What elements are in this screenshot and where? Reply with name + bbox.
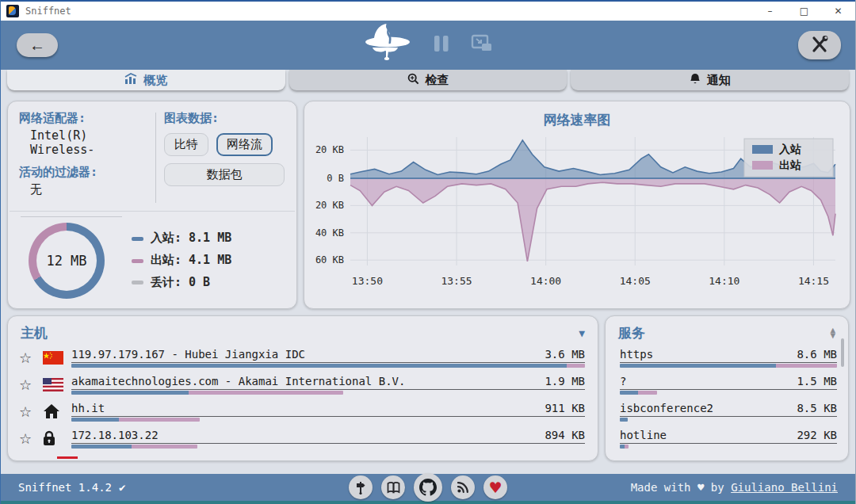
chart-source-label: 图表数据: <box>164 111 285 126</box>
outgoing-bar-segment <box>132 445 197 449</box>
window-titlebar: Sniffnet – □ ✕ <box>1 0 855 21</box>
svg-text:0 B: 0 B <box>327 173 344 184</box>
version-label: Sniffnet 1.4.2 <box>18 481 112 494</box>
chart-legend: 入站出站 <box>744 139 833 177</box>
settings-button[interactable] <box>798 31 841 59</box>
svg-text:13:55: 13:55 <box>441 275 472 287</box>
incoming-bar-segment <box>71 391 189 395</box>
service-row[interactable]: hotline292 KB <box>606 425 848 452</box>
host-row[interactable]: ☆hh.it911 KB <box>8 398 598 425</box>
minimize-button[interactable]: – <box>753 2 787 21</box>
credit-prefix: Made with <box>631 481 691 494</box>
row-name: https <box>620 348 653 361</box>
svg-text:14:15: 14:15 <box>798 275 829 287</box>
row-body: 172.18.103.22894 KB <box>71 426 585 450</box>
incoming-bar-segment <box>71 445 132 449</box>
services-sort-icon[interactable]: ▲▼ <box>830 328 835 339</box>
favorite-star-icon[interactable]: ☆ <box>19 349 43 366</box>
legend-text: 丢计: 0 B <box>151 272 210 294</box>
hosts-title: 主机 <box>21 324 48 342</box>
row-underline <box>71 416 585 417</box>
heart-icon: ♥ <box>488 479 502 496</box>
tab-inspect[interactable]: 检查 <box>289 70 567 90</box>
svg-text:14:10: 14:10 <box>709 275 739 287</box>
back-button[interactable]: ← <box>17 33 58 57</box>
svg-text:入站: 入站 <box>778 143 801 155</box>
services-scrollbar[interactable] <box>841 338 844 367</box>
divider <box>21 216 122 217</box>
service-row[interactable]: isbconference28.5 KB <box>606 398 848 425</box>
row-name: akamaitechnologies.com - Akamai Internat… <box>71 375 405 388</box>
github-button[interactable] <box>414 473 442 502</box>
window-title: Sniffnet <box>25 6 71 17</box>
row-underline <box>620 416 837 417</box>
host-row[interactable]: ☆119.97.179.167 - Hubei Jiangxia IDC3.6 … <box>8 344 598 371</box>
chart-icon <box>124 73 137 87</box>
row-name: 172.18.103.22 <box>71 429 159 441</box>
svg-text:13:50: 13:50 <box>352 275 383 287</box>
tab-overview[interactable]: 概览 <box>7 70 285 90</box>
legend-swatch <box>132 237 143 241</box>
legend-text: 出站: 4.1 MB <box>151 250 231 272</box>
news-button[interactable] <box>451 475 475 499</box>
favorite-star-icon[interactable]: ☆ <box>19 430 43 447</box>
filters-value: 无 <box>19 180 154 205</box>
sponsor-button[interactable]: ♥ <box>483 475 507 499</box>
row-size: 292 KB <box>797 429 837 441</box>
svg-text:14:05: 14:05 <box>620 275 651 287</box>
hosts-panel: 主机 ▼ ☆119.97.179.167 - Hubei Jiangxia ID… <box>7 315 598 461</box>
service-row[interactable]: ?1.5 MB <box>606 371 848 398</box>
outgoing-bar-segment <box>119 418 200 422</box>
service-row[interactable]: https8.6 MB <box>606 344 848 371</box>
traffic-bar <box>71 364 585 368</box>
divider <box>155 113 156 203</box>
row-underline <box>620 362 837 363</box>
row-size: 894 KB <box>545 429 585 441</box>
traffic-bar <box>620 418 628 422</box>
home-icon <box>43 403 71 419</box>
donut-total: 12 MB <box>29 223 105 299</box>
favorite-star-icon[interactable]: ☆ <box>19 376 43 393</box>
close-button[interactable]: ✕ <box>821 2 855 21</box>
row-name: hh.it <box>71 402 105 414</box>
row-size: 1.9 MB <box>545 375 585 388</box>
flag-us-icon <box>43 378 71 391</box>
app-header: ← <box>1 21 855 70</box>
filters-label: 活动的过滤器: <box>19 165 154 180</box>
back-arrow-icon: ← <box>29 36 45 55</box>
outgoing-bar-segment <box>776 364 837 368</box>
legend-swatch <box>132 259 143 263</box>
services-panel: 服务 ▲▼ https8.6 MB?1.5 MBisbconference28.… <box>605 315 849 461</box>
host-row[interactable]: ☆172.18.103.22894 KB <box>8 425 598 452</box>
maximize-button[interactable]: □ <box>787 2 821 21</box>
outgoing-bar-segment <box>638 391 656 395</box>
docs-button[interactable] <box>381 475 405 499</box>
host-row[interactable]: ☆akamaitechnologies.com - Akamai Interna… <box>8 371 598 398</box>
traffic-bar <box>71 391 343 395</box>
row-body: akamaitechnologies.com - Akamai Internat… <box>71 372 585 396</box>
app-icon <box>6 5 19 17</box>
row-name: 119.97.179.167 - Hubei Jiangxia IDC <box>71 348 305 361</box>
credit-mid: by <box>711 481 724 494</box>
next-row-flag-sliver <box>57 456 78 459</box>
incoming-bar-segment <box>620 364 776 368</box>
favorite-star-icon[interactable]: ☆ <box>19 403 43 420</box>
thumbnail-mode-icon[interactable] <box>471 34 493 56</box>
pause-icon[interactable] <box>433 34 450 56</box>
hosts-sort-dropdown-icon[interactable]: ▼ <box>579 327 585 339</box>
adapter-value: Intel(R) Wireless- <box>19 126 154 165</box>
credits: Made with ♥ by Giuliano Bellini <box>631 481 838 494</box>
traffic-bar <box>620 391 657 395</box>
author-link[interactable]: Giuliano Bellini <box>731 481 838 494</box>
legend-swatch <box>132 281 143 284</box>
flows-button[interactable]: 网络流 <box>216 133 273 156</box>
magnifier-icon <box>407 73 419 88</box>
svg-text:14:00: 14:00 <box>530 275 561 287</box>
roadmap-button[interactable] <box>349 475 373 499</box>
outgoing-bar-segment <box>189 391 344 395</box>
row-name: isbconference2 <box>620 402 713 414</box>
packets-button[interactable]: 数据包 <box>164 163 285 186</box>
traffic-bar <box>71 418 200 422</box>
tab-notifications[interactable]: 通知 <box>571 70 849 90</box>
bits-button[interactable]: 比特 <box>164 133 208 156</box>
